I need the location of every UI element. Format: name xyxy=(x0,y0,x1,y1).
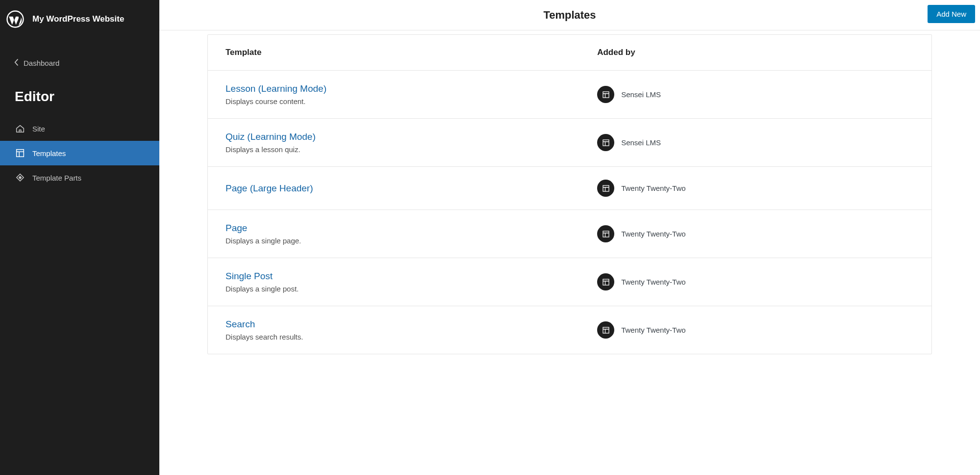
nav-label: Template Parts xyxy=(32,174,81,182)
nav-label: Site xyxy=(32,125,45,133)
template-link[interactable]: Single Post xyxy=(226,271,273,281)
svg-rect-3 xyxy=(18,176,22,179)
nav-item-template-parts[interactable]: Template Parts xyxy=(0,165,159,190)
table-row: Single Post Displays a single post. Twen… xyxy=(208,258,931,306)
sidebar: My WordPress Website Dashboard Editor Si… xyxy=(0,0,159,475)
added-by-label: Sensei LMS xyxy=(621,90,661,99)
nav-label: Templates xyxy=(32,149,66,158)
template-desc: Displays course content. xyxy=(226,97,597,106)
table-row: Lesson (Learning Mode) Displays course c… xyxy=(208,71,931,119)
svg-rect-8 xyxy=(603,279,609,285)
col-header-template: Template xyxy=(226,48,597,57)
template-link[interactable]: Page xyxy=(226,223,247,233)
table-row: Page (Large Header) Twenty Twenty-Two xyxy=(208,167,931,210)
dashboard-link[interactable]: Dashboard xyxy=(0,52,159,74)
svg-rect-4 xyxy=(603,92,609,98)
add-new-button[interactable]: Add New xyxy=(928,5,975,23)
nav-item-templates[interactable]: Templates xyxy=(0,141,159,165)
sidebar-header: My WordPress Website xyxy=(0,4,159,34)
added-by-label: Sensei LMS xyxy=(621,138,661,147)
nav-list: Site Templates Template Parts xyxy=(0,116,159,190)
added-by-label: Twenty Twenty-Two xyxy=(621,184,685,192)
editor-heading: Editor xyxy=(0,74,159,116)
template-desc: Displays a lesson quiz. xyxy=(226,145,597,154)
svg-rect-7 xyxy=(603,231,609,237)
templates-table: Template Added by Lesson (Learning Mode)… xyxy=(207,34,932,354)
table-row: Page Displays a single page. Twenty Twen… xyxy=(208,210,931,258)
added-by-label: Twenty Twenty-Two xyxy=(621,278,685,286)
main: Templates Add New Template Added by Less… xyxy=(159,0,980,475)
source-avatar-icon xyxy=(597,273,614,290)
added-by-label: Twenty Twenty-Two xyxy=(621,326,685,334)
template-desc: Displays a single post. xyxy=(226,285,597,293)
table-head: Template Added by xyxy=(208,35,931,71)
source-avatar-icon xyxy=(597,321,614,339)
nav-item-site[interactable]: Site xyxy=(0,116,159,141)
content: Template Added by Lesson (Learning Mode)… xyxy=(159,30,980,374)
added-by-label: Twenty Twenty-Two xyxy=(621,230,685,238)
template-link[interactable]: Page (Large Header) xyxy=(226,183,313,193)
source-avatar-icon xyxy=(597,134,614,151)
svg-rect-9 xyxy=(603,327,609,333)
template-desc: Displays a single page. xyxy=(226,237,597,245)
home-icon xyxy=(15,123,25,134)
source-avatar-icon xyxy=(597,180,614,197)
col-header-added-by: Added by xyxy=(597,48,914,57)
source-avatar-icon xyxy=(597,225,614,242)
source-avatar-icon xyxy=(597,86,614,103)
page-title: Templates xyxy=(543,9,596,22)
svg-rect-1 xyxy=(17,150,24,157)
layout-icon xyxy=(15,148,25,158)
dashboard-label: Dashboard xyxy=(24,59,59,67)
diamond-icon xyxy=(15,172,25,183)
table-row: Search Displays search results. Twenty T… xyxy=(208,306,931,354)
template-link[interactable]: Search xyxy=(226,319,255,329)
table-row: Quiz (Learning Mode) Displays a lesson q… xyxy=(208,119,931,167)
site-name: My WordPress Website xyxy=(32,14,124,24)
topbar: Templates Add New xyxy=(159,0,980,30)
svg-rect-5 xyxy=(603,140,609,146)
template-link[interactable]: Quiz (Learning Mode) xyxy=(226,132,316,142)
template-link[interactable]: Lesson (Learning Mode) xyxy=(226,83,327,94)
wordpress-logo-icon[interactable] xyxy=(5,9,25,29)
svg-rect-6 xyxy=(603,185,609,191)
template-desc: Displays search results. xyxy=(226,333,597,341)
chevron-left-icon xyxy=(14,59,19,67)
